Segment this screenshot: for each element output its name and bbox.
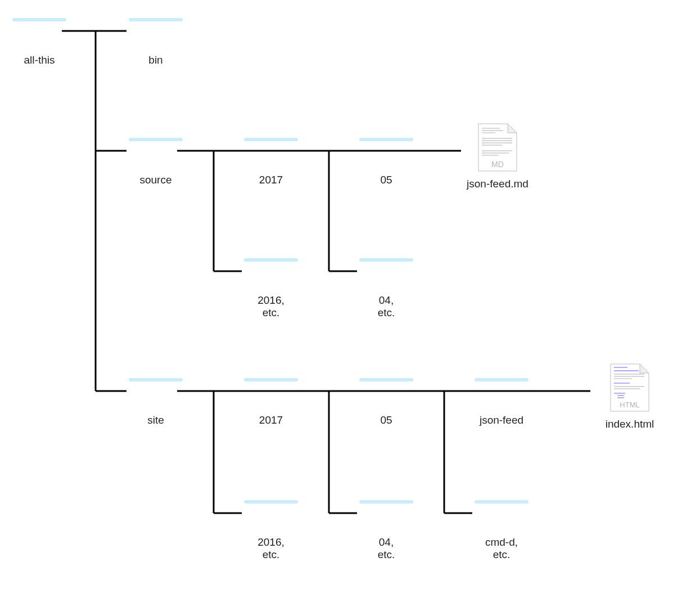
file-extension-badge: MD [491, 160, 504, 169]
folder-cmd-d-etc: cmd-d, etc. [462, 489, 541, 561]
file-extension-badge: HTML [620, 401, 639, 409]
folder-label: 04, etc. [378, 536, 395, 561]
folder-label: bin [148, 54, 162, 66]
folder-icon [357, 127, 416, 170]
folder-icon [127, 367, 185, 411]
folder-source: source [116, 127, 195, 186]
folder-icon [127, 127, 185, 170]
folder-label: 2016, etc. [258, 536, 284, 561]
file-json-feed-md: MD json-feed.md [458, 123, 537, 190]
folder-source-2016-etc: 2016, etc. [232, 247, 310, 319]
folder-source-2017: 2017 [232, 127, 310, 186]
folder-label: 05 [380, 414, 392, 426]
document-icon: MD [473, 123, 522, 174]
folder-label: 04, etc. [378, 294, 395, 319]
folder-site-05: 05 [347, 367, 426, 426]
folder-label: 2016, etc. [258, 294, 284, 319]
folder-icon [242, 489, 300, 533]
folder-icon [127, 7, 185, 51]
file-label: index.html [606, 418, 654, 430]
folder-icon [357, 489, 416, 533]
folder-source-05: 05 [347, 127, 426, 186]
file-index-html: HTML index.html [590, 363, 669, 430]
folder-label: 05 [380, 174, 392, 186]
diagram-canvas: all-this bin source 2017 05 [0, 0, 700, 602]
folder-icon [472, 489, 531, 533]
document-icon: HTML [605, 363, 654, 415]
folder-icon [357, 367, 416, 411]
file-label: json-feed.md [467, 178, 529, 190]
folder-label: cmd-d, etc. [485, 536, 518, 561]
folder-icon [10, 7, 69, 51]
folder-icon [472, 367, 531, 411]
folder-site-2016-etc: 2016, etc. [232, 489, 310, 561]
folder-site-04-etc: 04, etc. [347, 489, 426, 561]
folder-icon [242, 127, 300, 170]
folder-site-2017: 2017 [232, 367, 310, 426]
folder-label: 2017 [259, 174, 283, 186]
folder-icon [357, 247, 416, 291]
folder-source-04-etc: 04, etc. [347, 247, 426, 319]
folder-label: 2017 [259, 414, 283, 426]
folder-icon [242, 367, 300, 411]
folder-bin: bin [116, 7, 195, 66]
folder-label: json-feed [480, 414, 523, 426]
folder-json-feed: json-feed [462, 367, 541, 426]
folder-site: site [116, 367, 195, 426]
folder-label: site [147, 414, 164, 426]
folder-label: all-this [24, 54, 55, 66]
folder-all-this: all-this [0, 7, 79, 66]
folder-label: source [139, 174, 171, 186]
folder-icon [242, 247, 300, 291]
